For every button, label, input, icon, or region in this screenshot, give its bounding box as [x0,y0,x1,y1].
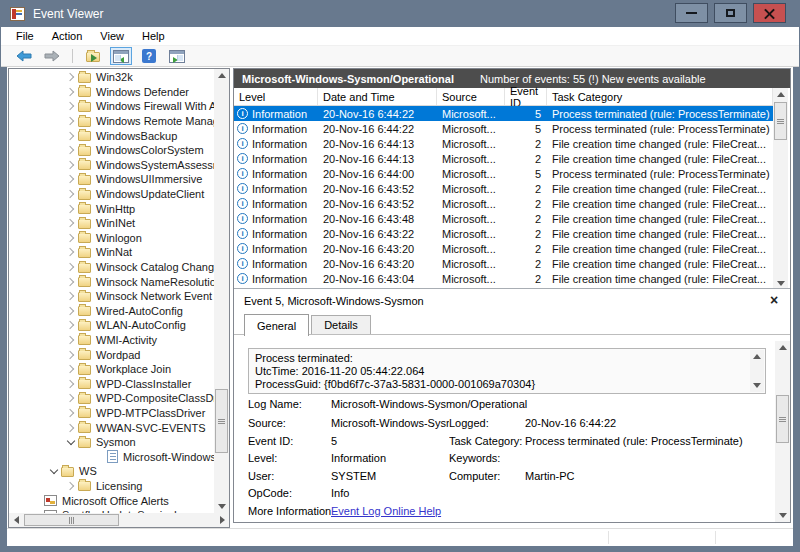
tree-item[interactable]: Licensing [9,479,214,494]
scroll-down-button[interactable] [775,509,790,522]
event-row[interactable]: Information 20-Nov-16 6:44:13 Microsoft.… [234,151,773,166]
event-row[interactable]: Information 20-Nov-16 6:43:52 Microsoft.… [234,196,773,211]
chevron-right-icon[interactable] [64,235,78,241]
preview-vertical-scrollbar[interactable] [775,341,790,522]
scrollbar-thumb[interactable] [776,395,789,443]
tree-item[interactable]: Wordpad [9,347,214,362]
tree-item[interactable]: WMI-Activity [9,333,214,348]
tree-item[interactable]: Winsock Network Event [9,289,214,304]
chevron-right-icon[interactable] [64,366,78,372]
chevron-right-icon[interactable] [64,118,78,124]
column-header-level[interactable]: Level [234,88,318,105]
scrollbar-thumb[interactable] [24,514,119,526]
tree-item[interactable]: WinHttp [9,201,214,216]
chevron-right-icon[interactable] [64,191,78,197]
chevron-right-icon[interactable] [64,381,78,387]
chevron-right-icon[interactable] [64,425,78,431]
scroll-up-button[interactable] [775,341,790,354]
scroll-up-button[interactable] [750,350,764,363]
chevron-right-icon[interactable] [64,249,78,255]
table-vertical-scrollbar[interactable] [773,88,788,290]
scroll-right-button[interactable] [215,513,229,527]
chevron-right-icon[interactable] [64,264,78,270]
chevron-down-icon[interactable] [47,469,61,473]
chevron-right-icon[interactable] [64,308,78,314]
chevron-right-icon[interactable] [64,483,78,489]
scroll-up-button[interactable] [773,88,788,101]
event-row[interactable]: Information 20-Nov-16 6:44:13 Microsoft.… [234,136,773,151]
tree-item[interactable]: WPD-CompositeClassDrive [9,391,214,406]
tab-details[interactable]: Details [311,315,371,335]
help-button[interactable] [138,47,160,65]
menu-view[interactable]: View [91,28,133,44]
tree-item[interactable]: Win32k [9,70,214,85]
tree-item[interactable]: WLAN-AutoConfig [9,318,214,333]
tree-item[interactable]: WWAN-SVC-EVENTS [9,420,214,435]
event-log-online-help-link[interactable]: Event Log Online Help [331,505,449,517]
tree-vertical-scrollbar[interactable] [214,69,229,513]
event-row[interactable]: Information 20-Nov-16 6:44:22 Microsoft.… [234,106,773,121]
tree-item[interactable]: Windows Firewall With Adv [9,99,214,114]
event-row[interactable]: Information 20-Nov-16 6:43:48 Microsoft.… [234,211,773,226]
back-button[interactable] [13,47,35,65]
chevron-right-icon[interactable] [64,89,78,95]
tree-horizontal-scrollbar[interactable] [9,513,229,527]
chevron-right-icon[interactable] [64,103,78,109]
menu-help[interactable]: Help [133,28,174,44]
description-scrollbar[interactable] [750,350,764,392]
event-row[interactable]: Information 20-Nov-16 6:43:22 Microsoft.… [234,226,773,241]
export-button[interactable] [82,47,104,65]
tree-item[interactable]: WindowsColorSystem [9,143,214,158]
column-header-date-and-time[interactable]: Date and Time [318,88,437,105]
event-row[interactable]: Information 20-Nov-16 6:43:20 Microsoft.… [234,256,773,271]
chevron-right-icon[interactable] [64,337,78,343]
chevron-right-icon[interactable] [64,410,78,416]
chevron-right-icon[interactable] [64,162,78,168]
chevron-right-icon[interactable] [64,74,78,80]
chevron-right-icon[interactable] [64,293,78,299]
chevron-down-icon[interactable] [64,440,78,444]
tree-item[interactable]: WindowsUpdateClient [9,187,214,202]
event-row[interactable]: Information 20-Nov-16 6:44:22 Microsoft.… [234,121,773,136]
scroll-down-button[interactable] [214,500,229,513]
scroll-up-button[interactable] [214,69,229,82]
chevron-right-icon[interactable] [64,147,78,153]
scroll-left-button[interactable] [9,513,23,527]
tree-item[interactable]: WindowsUIImmersive [9,172,214,187]
menu-file[interactable]: File [7,28,43,44]
chevron-right-icon[interactable] [64,279,78,285]
menu-action[interactable]: Action [43,28,92,44]
tree-item[interactable]: Microsoft-Windows-Sys [9,449,214,464]
tree-item[interactable]: Wired-AutoConfig [9,304,214,319]
chevron-right-icon[interactable] [64,206,78,212]
tree-item[interactable]: Sysmon [9,435,214,450]
chevron-right-icon[interactable] [64,395,78,401]
event-row[interactable]: Information 20-Nov-16 6:43:20 Microsoft.… [234,241,773,256]
chevron-right-icon[interactable] [64,220,78,226]
chevron-right-icon[interactable] [64,352,78,358]
tree-item[interactable]: WindowsBackup [9,128,214,143]
tree-item[interactable]: WPD-ClassInstaller [9,376,214,391]
chevron-right-icon[interactable] [64,322,78,328]
column-header-task-category[interactable]: Task Category [547,88,773,105]
scroll-down-button[interactable] [750,379,764,392]
tree-item[interactable]: WindowsSystemAssessmen [9,158,214,173]
tree-item[interactable]: Microsoft Office Alerts [9,493,214,508]
tab-general[interactable]: General [244,314,309,336]
titlebar[interactable]: Event Viewer [0,0,800,27]
event-row[interactable]: Information 20-Nov-16 6:43:04 Microsoft.… [234,271,773,286]
scrollbar-thumb[interactable] [215,389,228,453]
action-pane-toggle[interactable] [166,47,188,65]
event-row[interactable]: Information 20-Nov-16 6:44:00 Microsoft.… [234,166,773,181]
column-header-event-id[interactable]: Event ID [505,88,547,105]
maximize-button[interactable] [714,3,747,23]
scrollbar-thumb[interactable] [774,102,787,140]
tree-item[interactable]: WS [9,464,214,479]
tree-item[interactable]: Workplace Join [9,362,214,377]
event-description-box[interactable]: Process terminated:UtcTime: 2016-11-20 0… [248,348,766,394]
event-row[interactable]: Information 20-Nov-16 6:43:52 Microsoft.… [234,181,773,196]
tree-item[interactable]: WinINet [9,216,214,231]
tree-item[interactable]: Winsock NameResolution E [9,274,214,289]
tree-item[interactable]: Winsock Catalog Change [9,260,214,275]
column-header-source[interactable]: Source [437,88,505,105]
